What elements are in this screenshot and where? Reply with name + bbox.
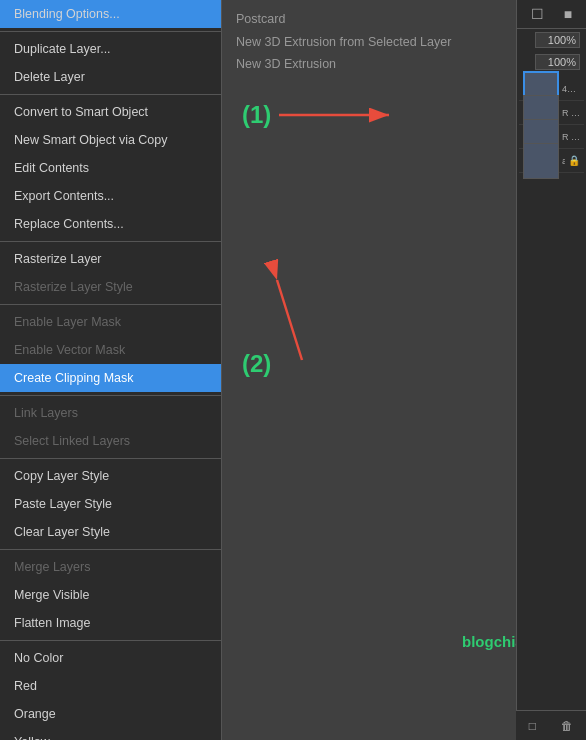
svg-line-3 bbox=[277, 280, 302, 360]
layers-panel: 4248...R SWI...R SWIFTa...🔒 bbox=[517, 73, 586, 177]
context-menu: Blending Options...Duplicate Layer...Del… bbox=[0, 0, 222, 740]
layer-label-1: R SWI... bbox=[562, 108, 580, 118]
menu-item-rasterize-style: Rasterize Layer Style bbox=[0, 273, 221, 301]
panel-icon-1[interactable]: ☐ bbox=[531, 6, 544, 22]
menu-separator bbox=[0, 549, 221, 550]
layer-thumb-3 bbox=[523, 143, 559, 179]
menu-item-copy-layer-style[interactable]: Copy Layer Style bbox=[0, 462, 221, 490]
layer-label-2: R SWIFT bbox=[562, 132, 580, 142]
menu-item-flatten-image[interactable]: Flatten Image bbox=[0, 609, 221, 637]
menu-item-enable-vector-mask: Enable Vector Mask bbox=[0, 336, 221, 364]
menu-item-duplicate-layer[interactable]: Duplicate Layer... bbox=[0, 35, 221, 63]
menu-separator bbox=[0, 241, 221, 242]
annotation-label-2: (2) bbox=[242, 350, 271, 377]
panel-icon-2[interactable]: ■ bbox=[564, 6, 572, 22]
menu-separator bbox=[0, 395, 221, 396]
menu-item-replace-contents[interactable]: Replace Contents... bbox=[0, 210, 221, 238]
menu-item-no-color[interactable]: No Color bbox=[0, 644, 221, 672]
layer-label-0: 4248... bbox=[562, 84, 580, 94]
menu-item-yellow[interactable]: Yellow bbox=[0, 728, 221, 740]
menu-separator bbox=[0, 458, 221, 459]
arrow-2-svg bbox=[272, 270, 332, 370]
panel-top-icons: ☐ ■ bbox=[517, 0, 586, 29]
menu-item-paste-layer-style[interactable]: Paste Layer Style bbox=[0, 490, 221, 518]
menu-item-merge-layers: Merge Layers bbox=[0, 553, 221, 581]
menu-item-blending-options[interactable]: Blending Options... bbox=[0, 0, 221, 28]
menu-item-edit-contents[interactable]: Edit Contents bbox=[0, 154, 221, 182]
bottom-panel-icons: □ 🗑 bbox=[516, 710, 586, 740]
opacity-row bbox=[517, 29, 586, 51]
right-panel: ☐ ■ 4248...R SWI...R SWIFTa...🔒 □ 🗑 bbox=[516, 0, 586, 740]
fill-input[interactable] bbox=[535, 54, 580, 70]
menu-item-select-linked: Select Linked Layers bbox=[0, 427, 221, 455]
annotation-label-1: (1) bbox=[242, 101, 271, 129]
layer-row-3[interactable]: a...🔒 bbox=[519, 149, 584, 173]
annotation-2-group: (2) bbox=[242, 350, 271, 378]
menu-item-merge-visible[interactable]: Merge Visible bbox=[0, 581, 221, 609]
menu-item-clear-layer-style[interactable]: Clear Layer Style bbox=[0, 518, 221, 546]
layer-label-3: a... bbox=[562, 156, 565, 166]
menu-item-convert-smart[interactable]: Convert to Smart Object bbox=[0, 98, 221, 126]
menu-item-red[interactable]: Red bbox=[0, 672, 221, 700]
annotation-1-group: (1) bbox=[242, 100, 409, 130]
menu-item-link-layers: Link Layers bbox=[0, 399, 221, 427]
menu-item-enable-layer-mask: Enable Layer Mask bbox=[0, 308, 221, 336]
menu-item-export-contents[interactable]: Export Contents... bbox=[0, 182, 221, 210]
menu-separator bbox=[0, 640, 221, 641]
bottom-icon-1[interactable]: □ bbox=[529, 719, 536, 733]
menu-item-rasterize-layer[interactable]: Rasterize Layer bbox=[0, 245, 221, 273]
arrow-1-svg bbox=[279, 100, 409, 130]
menu-separator bbox=[0, 94, 221, 95]
bottom-icon-2[interactable]: 🗑 bbox=[561, 719, 573, 733]
menu-separator bbox=[0, 304, 221, 305]
menu-item-orange[interactable]: Orange bbox=[0, 700, 221, 728]
menu-separator bbox=[0, 31, 221, 32]
opacity-input[interactable] bbox=[535, 32, 580, 48]
lock-icon-3: 🔒 bbox=[568, 155, 580, 166]
menu-item-create-clipping-mask[interactable]: Create Clipping Mask bbox=[0, 364, 221, 392]
menu-item-new-smart-copy[interactable]: New Smart Object via Copy bbox=[0, 126, 221, 154]
menu-item-delete-layer[interactable]: Delete Layer bbox=[0, 63, 221, 91]
